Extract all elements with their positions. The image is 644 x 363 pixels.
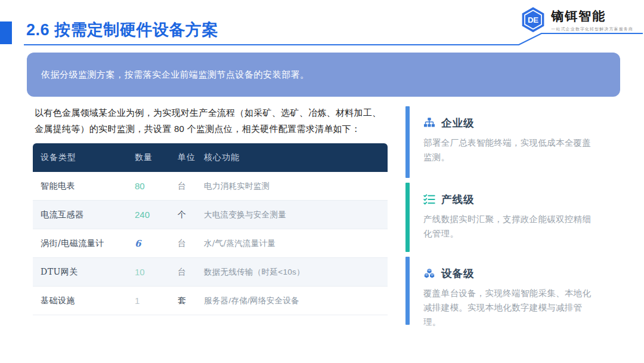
logo-tagline: 一站式企业数字化转型解决方案服务商 xyxy=(551,26,633,32)
column-header-unit: 单位 xyxy=(170,152,196,163)
device-name: DTU网关 xyxy=(33,267,127,278)
device-name: 基础设施 xyxy=(33,296,127,306)
device-function: 电力消耗实时监测 xyxy=(196,181,388,192)
device-quantity: 1 xyxy=(127,296,170,306)
level-description: 产线数据实时汇聚，支撑政企能碳双控精细化管理。 xyxy=(423,213,597,241)
device-unit: 个 xyxy=(170,210,196,220)
device-unit: 套 xyxy=(170,296,196,306)
tasks-icon xyxy=(423,193,435,205)
device-name: 涡街/电磁流量计 xyxy=(33,238,127,249)
level-accent-bar xyxy=(405,106,410,178)
sitemap-icon xyxy=(423,117,435,129)
device-name: 智能电表 xyxy=(33,181,127,192)
column-header-device-type: 设备类型 xyxy=(33,152,127,163)
column-header-quantity: 数量 xyxy=(127,152,170,163)
level-section-device: 设备级 覆盖单台设备，实现终端智能采集、本地化减排建模。实现本地化数字建模与减排… xyxy=(405,257,621,325)
slide: 2.6 按需定制硬件设备方案 DE 镝铒智能 一站式企业数字化转型解决方案服务商… xyxy=(0,0,644,363)
table-header-row: 设备类型 数量 单位 核心功能 xyxy=(33,143,388,172)
level-title: 设备级 xyxy=(441,266,475,281)
summary-banner: 依据分级监测方案，按需落实企业前端监测节点设备的安装部署。 xyxy=(27,53,620,97)
device-function: 水/气/蒸汽流量计量 xyxy=(196,238,388,249)
device-unit: 台 xyxy=(170,267,196,278)
device-function: 大电流变换与安全测量 xyxy=(196,210,388,220)
table-row: 涡街/电磁流量计 6 台 水/气/蒸汽流量计量 xyxy=(33,229,388,258)
device-name: 电流互感器 xyxy=(33,210,127,220)
device-function: 数据无线传输（时延<10s） xyxy=(196,267,388,278)
device-unit: 台 xyxy=(170,238,196,249)
device-quantity: 6 xyxy=(127,238,170,249)
logo-badge-letters: DE xyxy=(528,16,538,24)
table-row: DTU网关 10 台 数据无线传输（时延<10s） xyxy=(33,258,388,287)
table-row: 基础设施 1 套 服务器/存储/网络安全设备 xyxy=(33,287,388,315)
device-function: 服务器/存储/网络安全设备 xyxy=(196,296,388,306)
summary-banner-text: 依据分级监测方案，按需落实企业前端监测节点设备的安装部署。 xyxy=(41,69,309,81)
table-body: 智能电表 80 台 电力消耗实时监测 电流互感器 240 个 大电流变换与安全测… xyxy=(33,172,388,315)
intro-paragraph: 以有色金属领域某企业为例，为实现对生产全流程（如采矿、选矿、冶炼、材料加工、金属… xyxy=(35,105,388,137)
company-logo: DE 镝铒智能 一站式企业数字化转型解决方案服务商 xyxy=(521,6,633,33)
device-unit: 台 xyxy=(170,181,196,192)
level-accent-bar xyxy=(405,257,410,325)
logo-hexagon-icon: DE xyxy=(521,6,546,33)
table-row: 智能电表 80 台 电力消耗实时监测 xyxy=(33,172,388,201)
level-accent-bar xyxy=(405,183,410,252)
level-section-production-line: 产线级 产线数据实时汇聚，支撑政企能碳双控精细化管理。 xyxy=(405,183,621,252)
device-quantity: 240 xyxy=(127,210,170,220)
level-title: 产线级 xyxy=(441,192,475,207)
logo-company-name: 镝铒智能 xyxy=(551,8,633,24)
table-row: 电流互感器 240 个 大电流变换与安全测量 xyxy=(33,201,388,229)
device-quantity: 10 xyxy=(127,267,170,277)
level-title: 企业级 xyxy=(441,116,475,130)
hardware-spec-table: 设备类型 数量 单位 核心功能 智能电表 80 台 电力消耗实时监测 电流互感器… xyxy=(33,143,388,315)
level-section-enterprise: 企业级 部署全厂总表智能终端，实现低成本全覆盖监测。 xyxy=(405,106,621,178)
device-quantity: 80 xyxy=(127,181,170,191)
cubes-icon xyxy=(423,267,435,279)
level-description: 部署全厂总表智能终端，实现低成本全覆盖监测。 xyxy=(423,136,597,165)
level-description: 覆盖单台设备，实现终端智能采集、本地化减排建模。实现本地化数字建模与减排管理。 xyxy=(423,287,597,330)
column-header-function: 核心功能 xyxy=(196,152,388,163)
